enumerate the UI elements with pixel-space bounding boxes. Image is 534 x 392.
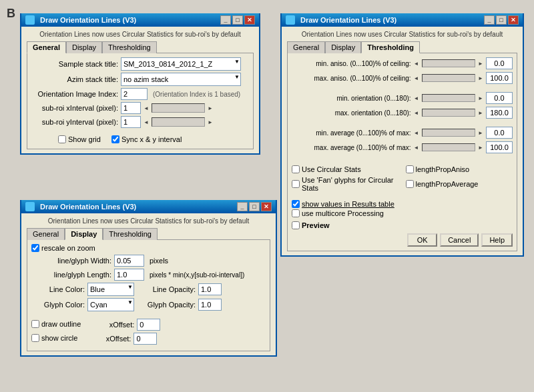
x-offset2-input[interactable] xyxy=(134,333,157,345)
dialog-bottom-left-titlebar[interactable]: Draw Orientation Lines (V3) _ □ ✕ xyxy=(21,200,276,213)
slider-x-right[interactable]: ► xyxy=(208,105,213,111)
thresh-slider-4[interactable] xyxy=(422,109,476,117)
rescale-label: rescale on zoom xyxy=(41,244,95,252)
thresh-sep-2 xyxy=(292,121,513,127)
maximize-button[interactable]: □ xyxy=(232,15,243,25)
close-button-bl[interactable]: ✕ xyxy=(261,202,272,211)
thresh-slider-6[interactable] xyxy=(422,129,476,137)
line-opacity-input[interactable] xyxy=(198,283,222,295)
x-offset1-input[interactable] xyxy=(137,319,160,331)
thresh-arrow-left-0[interactable]: ◄ xyxy=(414,61,419,67)
line-width-input[interactable] xyxy=(114,255,144,267)
slider-y-right[interactable]: ► xyxy=(208,119,213,125)
thresh-slider-0[interactable] xyxy=(422,59,476,67)
orientation-index-input[interactable] xyxy=(121,88,148,100)
sample-stack-select-wrapper[interactable]: SM_2013_0814_2012_1_Z xyxy=(121,57,241,71)
tab-thresholding-tl[interactable]: Thresholding xyxy=(102,41,157,53)
tab-general-r[interactable]: General xyxy=(287,41,325,53)
tab-general-bl[interactable]: General xyxy=(27,228,65,240)
tab-display-tl[interactable]: Display xyxy=(66,41,102,53)
tab-general-tl[interactable]: General xyxy=(27,41,66,53)
thresh-input-3[interactable] xyxy=(486,92,513,104)
slider-y-bar[interactable] xyxy=(152,117,205,127)
tab-thresholding-bl[interactable]: Thresholding xyxy=(103,228,158,240)
thresh-arrow-right-3[interactable]: ► xyxy=(478,95,483,101)
thresh-input-1[interactable] xyxy=(486,72,513,84)
thresh-slider-1[interactable] xyxy=(422,74,476,82)
sub-roi-y-input[interactable] xyxy=(121,116,141,128)
dialog-right: Draw Orientation Lines (V3) _ □ ✕ Orient… xyxy=(280,13,524,257)
page-label: B xyxy=(7,7,15,21)
thresh-arrow-right-7[interactable]: ► xyxy=(478,145,483,151)
thresh-input-0[interactable] xyxy=(486,57,513,69)
maximize-button-bl[interactable]: □ xyxy=(249,202,260,211)
glyph-opacity-input[interactable] xyxy=(198,299,222,311)
minimize-button[interactable]: _ xyxy=(220,15,231,25)
thresh-arrow-right-4[interactable]: ► xyxy=(478,110,483,116)
glyph-color-select[interactable]: Cyan xyxy=(87,298,134,311)
show-circle-checkbox[interactable] xyxy=(31,334,39,342)
show-values-checkbox[interactable] xyxy=(292,200,300,208)
show-grid-checkbox[interactable] xyxy=(58,135,66,143)
thresh-label-7: max. average (0...100)% of max: xyxy=(292,144,411,151)
dialog-top-left: Draw Orientation Lines (V3) _ □ ✕ Orient… xyxy=(20,13,260,155)
use-multicore-checkbox[interactable] xyxy=(292,209,300,217)
thresh-input-7[interactable] xyxy=(486,141,513,153)
dialog-right-titlebar[interactable]: Draw Orientation Lines (V3) _ □ ✕ xyxy=(282,13,523,27)
glyph-color-wrapper[interactable]: Cyan xyxy=(87,298,134,311)
minimize-button-r[interactable]: _ xyxy=(484,15,495,25)
use-circular-checkbox[interactable] xyxy=(292,165,300,173)
draw-outline-checkbox[interactable] xyxy=(31,320,39,328)
slider-x-left[interactable]: ◄ xyxy=(144,105,149,111)
length-prop-aniso-checkbox[interactable] xyxy=(406,165,414,173)
minimize-button-bl[interactable]: _ xyxy=(237,202,248,211)
dialog-top-left-titlebar[interactable]: Draw Orientation Lines (V3) _ □ ✕ xyxy=(21,13,259,27)
sample-stack-select[interactable]: SM_2013_0814_2012_1_Z xyxy=(121,57,241,71)
azim-stack-label: Azim stack title: xyxy=(31,75,118,83)
sub-roi-x-input[interactable] xyxy=(121,102,141,114)
maximize-button-r[interactable]: □ xyxy=(496,15,507,25)
subtitle-top-left: Orientation Lines now uses Circular Stat… xyxy=(27,31,254,38)
use-fan-checkbox[interactable] xyxy=(292,180,300,188)
line-color-select[interactable]: Blue xyxy=(87,283,134,296)
length-prop-avg-checkbox[interactable] xyxy=(406,180,414,188)
thresh-slider-3[interactable] xyxy=(422,94,476,102)
close-button-r[interactable]: ✕ xyxy=(508,15,519,25)
orientation-index-label: Orientation Image Index: xyxy=(31,90,118,98)
draw-outline-label: draw outline xyxy=(41,320,81,328)
thresh-arrow-right-0[interactable]: ► xyxy=(478,61,483,67)
close-button[interactable]: ✕ xyxy=(244,15,255,25)
rescale-checkbox[interactable] xyxy=(31,244,39,252)
line-color-wrapper[interactable]: Blue xyxy=(87,283,134,296)
thresh-arrow-right-1[interactable]: ► xyxy=(478,75,483,81)
tab-display-r[interactable]: Display xyxy=(325,41,361,53)
thresh-slider-7[interactable] xyxy=(422,143,476,151)
slider-y-left[interactable]: ◄ xyxy=(144,119,149,125)
line-width-label: line/glyph Width: xyxy=(31,257,111,265)
thresh-arrow-left-1[interactable]: ◄ xyxy=(414,75,419,81)
ok-button[interactable]: OK xyxy=(407,233,437,247)
azim-stack-select-wrapper[interactable]: no azim stack xyxy=(121,73,241,86)
line-length-input[interactable] xyxy=(114,269,144,281)
cancel-button[interactable]: Cancel xyxy=(440,233,479,247)
tab-display-bl[interactable]: Display xyxy=(65,228,103,240)
tab-panel-thresholding: min. aniso. (0...100)% of ceiling: ◄ ► m… xyxy=(287,53,517,251)
thresh-arrow-left-6[interactable]: ◄ xyxy=(414,130,419,136)
tab-thresholding-r[interactable]: Thresholding xyxy=(361,41,420,53)
help-button[interactable]: Help xyxy=(481,233,513,247)
line-length-label: line/glyph Length: xyxy=(31,271,111,279)
thresh-arrow-right-6[interactable]: ► xyxy=(478,130,483,136)
slider-x-bar[interactable] xyxy=(152,103,205,113)
thresh-arrow-left-3[interactable]: ◄ xyxy=(414,95,419,101)
thresh-label-1: max. aniso. (0...100)% of ceiling: xyxy=(292,75,411,82)
thresh-input-6[interactable] xyxy=(486,127,513,139)
thresh-input-4[interactable] xyxy=(486,107,513,119)
azim-stack-select[interactable]: no azim stack xyxy=(121,73,241,86)
thresh-label-0: min. aniso. (0...100)% of ceiling: xyxy=(292,60,411,67)
thresh-arrow-left-7[interactable]: ◄ xyxy=(414,145,419,151)
preview-checkbox[interactable] xyxy=(292,221,300,229)
thresh-arrow-left-4[interactable]: ◄ xyxy=(414,110,419,116)
sync-checkbox[interactable] xyxy=(111,135,119,143)
show-values-label: show values in Results table xyxy=(302,200,394,208)
thresh-row-4: max. orientation (0...180): ◄ ► xyxy=(292,107,513,119)
